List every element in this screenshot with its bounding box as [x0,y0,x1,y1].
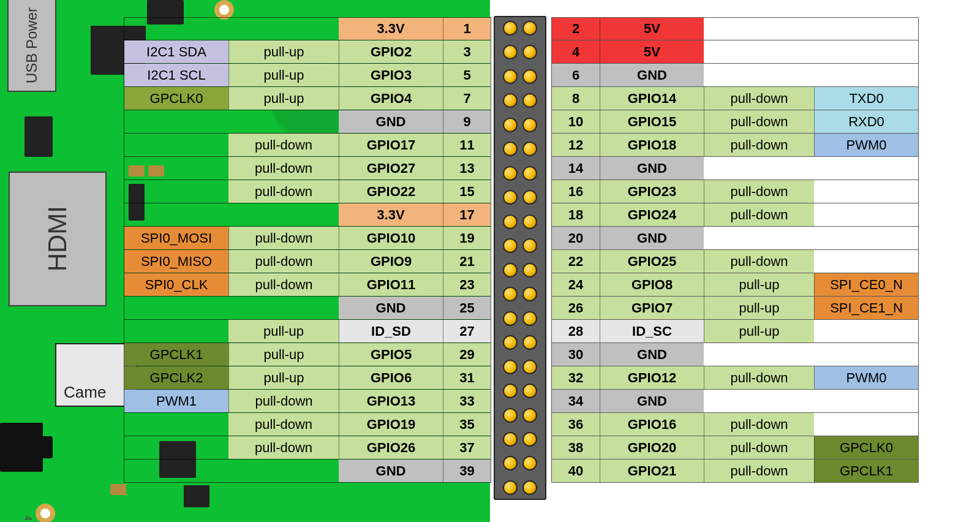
pin-pull: pull-up [228,366,339,389]
header-pin-row [495,263,545,278]
pin-name: GPIO4 [339,87,443,110]
pin-row: pull-downGPIO2637 [124,436,491,460]
chip-icon [24,116,53,157]
header-pin-row [495,118,545,132]
pin-number: 24 [552,273,600,296]
hdmi-port: HDMI [9,172,107,306]
pin-pull: pull-down [228,273,339,296]
pin-number: 29 [443,343,491,366]
pin-row: 25V [551,17,919,40]
pin-hole [522,480,537,495]
pin-pull: pull-down [704,366,814,389]
header-pin-row [495,384,545,398]
header-pin-row [495,238,545,253]
pin-number: 32 [552,366,600,389]
gpio-header [494,16,546,500]
pin-hole [503,142,518,156]
header-pin-row [495,432,545,447]
usb-power-port: USB Power [7,0,56,92]
pin-hole [503,238,518,253]
pin-hole [503,311,518,326]
pin-number: 5 [443,64,491,86]
pin-hole [503,384,518,398]
pin-pull: pull-down [228,250,339,273]
pin-alt-function: GPCLK0 [124,87,228,110]
pin-row: I2C1 SDApull-upGPIO23 [124,40,491,64]
pin-alt-function: SPI0_MISO [124,250,228,273]
pad-icon [110,484,126,495]
pin-alt-function: PWM0 [814,134,918,156]
pin-row: 3.3V1 [124,17,491,40]
pin-name: GPIO14 [600,87,704,110]
pin-number: 10 [552,110,600,133]
pin-number: 12 [552,134,600,156]
pin-pull: pull-down [228,157,339,180]
pin-name: GPIO20 [600,436,704,459]
pin-number: 28 [552,320,600,342]
pin-number: 33 [443,390,491,412]
pin-name: ID_SD [339,320,443,342]
pin-pull: pull-up [228,87,339,110]
pin-name: GPIO8 [600,273,704,296]
pin-row: GPCLK0pull-upGPIO47 [124,87,491,110]
pin-number: 20 [552,227,600,249]
pin-number: 1 [443,18,491,40]
header-pin-row [495,335,545,350]
pin-alt-function: GPCLK1 [124,343,228,366]
pin-row: pull-downGPIO1711 [124,134,491,157]
pin-name: GPIO22 [339,180,443,203]
pin-pull: pull-down [704,134,814,156]
pin-number: 38 [552,436,600,459]
pin-labels-left: 3.3V1I2C1 SDApull-upGPIO23I2C1 SCLpull-u… [124,17,491,483]
pin-name: GPIO27 [339,157,443,180]
pin-alt-function: PWM1 [124,390,228,412]
pin-number: 35 [443,413,491,436]
pin-number: 39 [443,460,491,482]
pin-pull: pull-up [704,297,814,319]
pin-number: 7 [443,87,491,110]
pin-hole [522,360,537,374]
pin-number: 37 [443,436,491,459]
pin-number: 16 [552,180,600,203]
pin-row: 20GND [551,227,919,250]
pin-pull: pull-down [704,87,814,110]
pin-row: pull-downGPIO2215 [124,180,491,203]
pin-hole [522,190,537,205]
pin-alt-function: RXD0 [814,110,918,133]
pin-pull: pull-up [228,40,339,63]
pin-hole [503,408,518,423]
pin-number: 34 [552,390,600,412]
pin-name: ID_SC [600,320,704,342]
pin-hole [522,287,537,301]
pin-name: GPIO3 [339,64,443,86]
pin-name: GND [600,157,704,180]
pin-name: GPIO6 [339,366,443,389]
pin-alt-function: TXD0 [814,87,918,110]
pin-number: 9 [443,110,491,133]
pin-row: pull-downGPIO2713 [124,157,491,180]
pin-labels-right: 25V45V6GND8GPIO14pull-downTXD010GPIO15pu… [551,17,919,483]
pin-alt-function: GPCLK1 [814,460,918,482]
pin-name: GPIO25 [600,250,704,273]
pin-number: 21 [443,250,491,273]
pin-number: 36 [552,413,600,436]
pin-hole [522,21,537,36]
pin-name: GPIO23 [600,180,704,203]
pin-name: GPIO10 [339,227,443,249]
pin-name: 3.3V [339,203,443,226]
pin-pull: pull-down [228,227,339,249]
pin-name: GND [600,390,704,412]
pin-number: 3 [443,40,491,63]
pin-alt-function: I2C1 SCL [124,64,228,86]
pin-number: 23 [443,273,491,296]
pin-pull: pull-down [704,436,814,459]
hdmi-label: HDMI [43,206,72,271]
pin-name: GND [600,64,704,86]
pin-row: GND9 [124,110,491,134]
pin-alt-function: PWM0 [814,366,918,389]
pin-row: 26GPIO7pull-upSPI_CE1_N [551,297,919,320]
pin-hole [503,480,518,495]
pin-name: GND [339,460,443,482]
pin-row: 45V [551,40,919,64]
pin-hole [522,456,537,471]
